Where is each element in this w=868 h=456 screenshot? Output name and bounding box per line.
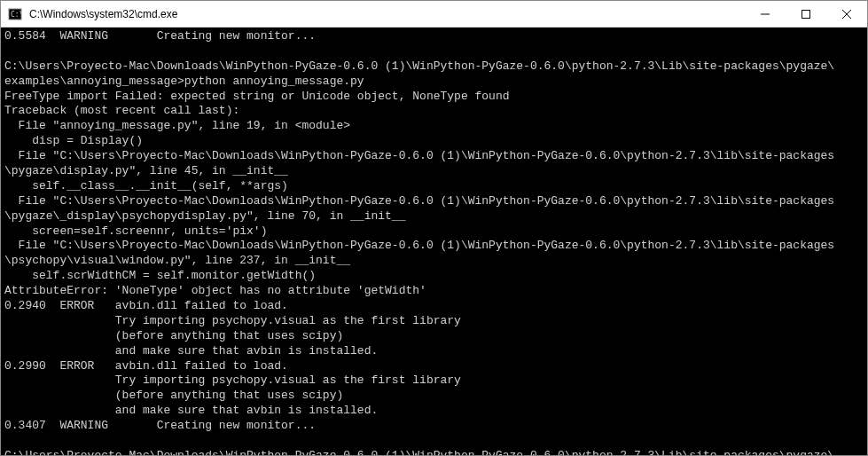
- titlebar[interactable]: C:\ C:\Windows\system32\cmd.exe: [1, 1, 867, 28]
- terminal-line: self.scrWidthCM = self.monitor.getWidth(…: [4, 269, 864, 284]
- minimize-button[interactable]: [745, 1, 786, 27]
- terminal-line: and make sure that avbin is installed.: [4, 404, 864, 419]
- terminal-line: File "annoying_message.py", line 19, in …: [4, 119, 864, 134]
- titlebar-buttons: [745, 1, 867, 27]
- terminal-line: [4, 44, 864, 59]
- terminal-line: self.__class__.__init__(self, **args): [4, 179, 864, 194]
- terminal-line: and make sure that avbin is installed.: [4, 344, 864, 359]
- terminal-line: \pygaze\_display\psychopydisplay.py", li…: [4, 209, 864, 224]
- terminal-output[interactable]: 0.5584 WARNING Creating new monitor... C…: [1, 28, 867, 455]
- terminal-line: C:\Users\Proyecto-Mac\Downloads\WinPytho…: [4, 59, 864, 75]
- terminal-line: FreeType import Failed: expected string …: [4, 90, 864, 105]
- cmd-icon: C:\: [8, 7, 22, 21]
- terminal-line: Try importing psychopy.visual as the fir…: [4, 314, 864, 329]
- terminal-line: File "C:\Users\Proyecto-Mac\Downloads\Wi…: [4, 194, 864, 209]
- terminal-line: AttributeError: 'NoneType' object has no…: [4, 284, 864, 299]
- terminal-line: File "C:\Users\Proyecto-Mac\Downloads\Wi…: [4, 239, 864, 254]
- terminal-line: 0.2990 ERROR avbin.dll failed to load.: [4, 359, 864, 374]
- terminal-line: \pygaze\display.py", line 45, in __init_…: [4, 164, 864, 179]
- terminal-line: File "C:\Users\Proyecto-Mac\Downloads\Wi…: [4, 149, 864, 164]
- terminal-line: 0.3407 WARNING Creating new monitor...: [4, 419, 864, 434]
- close-button[interactable]: [826, 1, 867, 27]
- terminal-line: Try importing psychopy.visual as the fir…: [4, 373, 864, 389]
- terminal-line: examples\annoying_message>python annoyin…: [4, 75, 864, 90]
- terminal-line: 0.2940 ERROR avbin.dll failed to load.: [4, 299, 864, 314]
- terminal-line: \psychopy\visual\window.py", line 237, i…: [4, 254, 864, 269]
- svg-rect-3: [802, 10, 810, 18]
- maximize-button[interactable]: [786, 1, 826, 27]
- terminal-line: screen=self.screennr, units='pix'): [4, 224, 864, 240]
- terminal-line: C:\Users\Proyecto-Mac\Downloads\WinPytho…: [4, 449, 864, 455]
- cmd-window: C:\ C:\Windows\system32\cmd.exe 0.5584 W…: [0, 0, 868, 456]
- terminal-line: 0.5584 WARNING Creating new monitor...: [4, 29, 864, 44]
- terminal-line: (before anything that uses scipy): [4, 329, 864, 344]
- terminal-line: [4, 434, 864, 449]
- terminal-line: disp = Display(): [4, 134, 864, 149]
- svg-text:C:\: C:\: [11, 11, 22, 19]
- terminal-line: (before anything that uses scipy): [4, 389, 864, 404]
- terminal-line: Traceback (most recent call last):: [4, 104, 864, 119]
- window-title: C:\Windows\system32\cmd.exe: [27, 8, 745, 20]
